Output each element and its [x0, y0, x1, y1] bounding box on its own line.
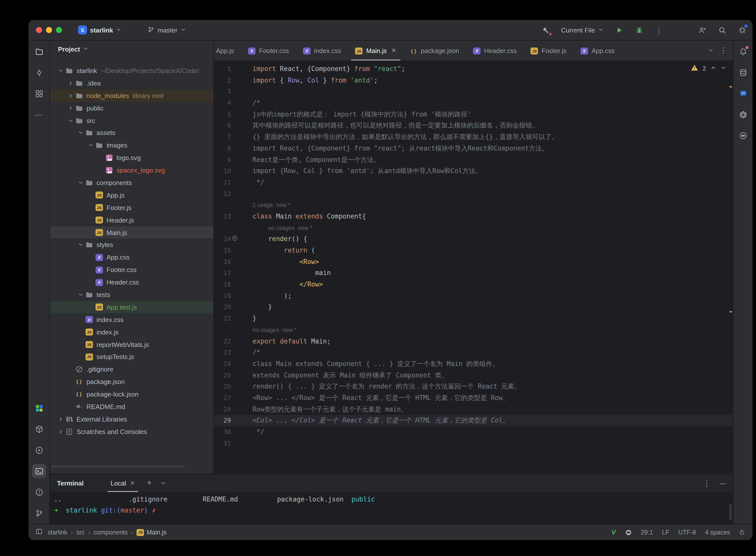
tree-item-main-js[interactable]: JSMain.js	[50, 226, 213, 239]
expander-icon[interactable]	[77, 130, 84, 136]
project-toolwindow-button[interactable]	[32, 44, 46, 59]
expander-icon[interactable]	[77, 242, 84, 248]
branch-selector[interactable]: master	[144, 24, 190, 36]
tab-app-js[interactable]: JSApp.js	[214, 40, 241, 61]
line-separator[interactable]: LF	[662, 529, 669, 536]
tree-item-spacex-logo-svg[interactable]: spacex_logo.svg	[50, 164, 213, 176]
tab-header-css[interactable]: #Header.css	[466, 40, 523, 61]
tree-item-readme-md[interactable]: M↓README.md	[50, 401, 213, 413]
build-project-button[interactable]: ✕	[539, 24, 552, 36]
tree-item-external-libraries[interactable]: External Libraries	[50, 413, 213, 425]
project-panel-header[interactable]: Project	[50, 40, 213, 58]
expander-icon[interactable]	[67, 80, 74, 86]
tree-item-assets[interactable]: assets	[50, 127, 213, 139]
tree-item-starlink[interactable]: starlink~/Desktop/Projects/SpaceX/Code/	[50, 65, 213, 77]
expander-icon[interactable]	[77, 180, 84, 185]
file-encoding[interactable]: UTF-8	[678, 529, 696, 536]
tree-item-node-modules[interactable]: node_moduleslibrary root	[50, 90, 213, 102]
search-everywhere-button[interactable]	[716, 24, 728, 36]
indent-style[interactable]: 4 spaces	[705, 529, 730, 536]
hide-terminal-button[interactable]: —	[720, 479, 726, 487]
previous-problem-button[interactable]	[711, 65, 716, 72]
inspections-widget[interactable]: 2	[691, 65, 726, 72]
tree-item-setuptests-js[interactable]: JSsetupTests.js	[50, 351, 213, 363]
tab-footer-css[interactable]: #Footer.css	[241, 40, 296, 61]
expander-icon[interactable]	[67, 118, 74, 123]
tree-item-index-css[interactable]: #index.css	[50, 313, 213, 326]
tree-item-components[interactable]: components	[50, 176, 213, 189]
terminal-type-dropdown[interactable]	[161, 480, 166, 486]
project-selector[interactable]: S starlink	[74, 24, 126, 36]
v-plugin-icon[interactable]: V	[612, 528, 616, 536]
minimize-window-button[interactable]	[46, 27, 52, 33]
run-toolwindow-button[interactable]	[32, 443, 46, 457]
tree-item-header-js[interactable]: JSHeader.js	[50, 214, 213, 226]
tree-item-footer-css[interactable]: #Footer.css	[50, 264, 213, 276]
tree-item-reportwebvitals-js[interactable]: JSreportWebVitals.js	[50, 338, 213, 351]
tab-options-button[interactable]: ⋮	[720, 46, 727, 55]
tree-item-tests[interactable]: tests	[50, 288, 213, 301]
terminal-scrollbar[interactable]	[729, 504, 731, 520]
debug-button[interactable]	[632, 24, 646, 36]
close-icon[interactable]: ✕	[391, 47, 396, 54]
tree-item-styles[interactable]: styles	[50, 239, 213, 251]
override-gutter-icon[interactable]	[232, 234, 238, 245]
commit-toolwindow-button[interactable]	[32, 66, 46, 79]
copilot-status-icon[interactable]	[625, 529, 632, 536]
tree-item-scratches-and-consoles[interactable]: Scratches and Consoles	[50, 425, 213, 438]
tab-main-js[interactable]: JSMain.js✕	[348, 40, 404, 61]
code-with-me-button[interactable]	[695, 24, 709, 36]
toolwindow-layout-icon[interactable]	[35, 528, 42, 536]
tab-app-css[interactable]: #App.css	[574, 40, 622, 61]
more-toolwindows-button[interactable]: ⋯	[32, 107, 46, 121]
expander-icon[interactable]	[77, 292, 84, 298]
new-terminal-button[interactable]: +	[147, 478, 152, 488]
chatgpt-toolwindow-button[interactable]	[736, 107, 750, 121]
breadcrumb-item[interactable]: src	[76, 529, 84, 536]
terminal-options-button[interactable]: ⋮	[703, 479, 711, 487]
readonly-toggle[interactable]	[739, 529, 746, 535]
expander-icon[interactable]	[87, 143, 94, 148]
tab-package-json[interactable]: {}package.json	[403, 40, 466, 61]
ai-assistant-toolwindow-button[interactable]	[736, 86, 750, 101]
structure-toolwindow-button[interactable]	[32, 86, 46, 101]
tree-item-logo-svg[interactable]: logo.svg	[50, 151, 213, 164]
tree-horizontal-scrollbar[interactable]	[51, 465, 185, 467]
tree-item-index-js[interactable]: JSindex.js	[50, 326, 213, 338]
tab-index-css[interactable]: #index.css	[296, 40, 348, 61]
close-window-button[interactable]	[36, 27, 42, 33]
caret-position[interactable]: 29:1	[641, 529, 653, 536]
copilot-chat-toolwindow-button[interactable]	[736, 129, 750, 142]
expander-icon[interactable]	[57, 68, 64, 73]
tree-item-package-json[interactable]: {}package.json	[50, 376, 213, 388]
code-editor[interactable]: 1import React, {Component} from "react";…	[214, 61, 733, 474]
expander-icon[interactable]	[57, 429, 64, 435]
breadcrumb-item[interactable]: components	[94, 529, 128, 536]
tree-item-app-js[interactable]: JSApp.js	[50, 189, 213, 202]
settings-button[interactable]	[735, 24, 749, 36]
terminal-toolwindow-button[interactable]	[32, 464, 46, 478]
breadcrumb-file[interactable]: JSMain.js	[137, 529, 167, 536]
tree-item--idea[interactable]: .idea	[50, 77, 213, 90]
terminal-tab-local[interactable]: Local ✕	[107, 474, 138, 492]
tree-item--gitignore[interactable]: .gitignore	[50, 363, 213, 376]
tree-item-footer-js[interactable]: JSFooter.js	[50, 202, 213, 214]
database-toolwindow-button[interactable]	[736, 66, 750, 79]
run-configuration-selector[interactable]: Current File	[559, 25, 606, 35]
plugin-toolwindow-button[interactable]	[32, 401, 46, 415]
tree-item-app-test-js[interactable]: JSApp.test.js	[50, 301, 213, 313]
notifications-button[interactable]	[736, 44, 750, 59]
tree-item-images[interactable]: images	[50, 139, 213, 152]
problems-toolwindow-button[interactable]	[32, 485, 46, 499]
dependencies-toolwindow-button[interactable]	[32, 422, 46, 436]
breadcrumb-item[interactable]: starlink	[47, 529, 67, 536]
tree-item-src[interactable]: src	[50, 114, 213, 127]
close-icon[interactable]: ✕	[130, 480, 135, 486]
tree-item-app-css[interactable]: #App.css	[50, 251, 213, 264]
tree-item-public[interactable]: public	[50, 102, 213, 114]
tree-item-package-lock-json[interactable]: {}package-lock.json	[50, 388, 213, 401]
run-button[interactable]	[613, 24, 625, 36]
zoom-window-button[interactable]	[56, 27, 62, 33]
expander-icon[interactable]	[67, 93, 74, 98]
next-problem-button[interactable]	[721, 65, 726, 72]
